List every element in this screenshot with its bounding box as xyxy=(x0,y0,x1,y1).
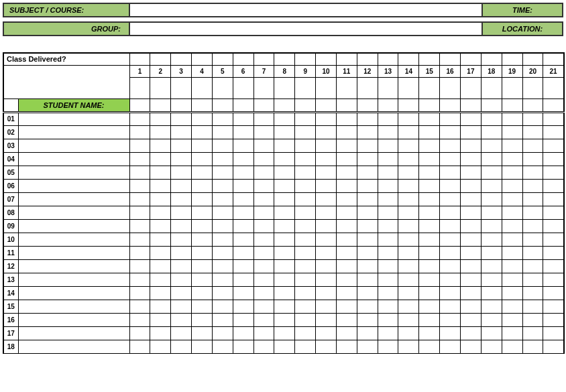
attendance-cell[interactable] xyxy=(336,259,357,273)
attendance-cell[interactable] xyxy=(336,286,357,300)
attendance-cell[interactable] xyxy=(316,206,337,219)
attendance-cell[interactable] xyxy=(274,192,295,206)
attendance-cell[interactable] xyxy=(253,246,274,259)
attendance-cell[interactable] xyxy=(336,233,357,246)
attendance-cell[interactable] xyxy=(543,233,564,246)
attendance-cell[interactable] xyxy=(522,206,543,219)
attendance-cell[interactable] xyxy=(419,166,440,179)
attendance-cell[interactable] xyxy=(295,286,316,300)
attendance-cell[interactable] xyxy=(129,206,150,219)
attendance-cell[interactable] xyxy=(336,206,357,219)
attendance-cell[interactable] xyxy=(233,206,253,219)
attendance-cell[interactable] xyxy=(481,219,502,233)
attendance-cell[interactable] xyxy=(233,139,253,152)
attendance-cell[interactable] xyxy=(481,326,502,340)
attendance-cell[interactable] xyxy=(274,206,295,219)
attendance-cell[interactable] xyxy=(522,326,543,340)
class-delivered-cell[interactable] xyxy=(378,53,398,65)
attendance-cell[interactable] xyxy=(440,326,461,340)
attendance-cell[interactable] xyxy=(461,112,482,125)
attendance-cell[interactable] xyxy=(543,340,564,353)
attendance-cell[interactable] xyxy=(357,326,378,340)
attendance-cell[interactable] xyxy=(171,166,192,179)
student-name-cell[interactable] xyxy=(18,112,129,125)
attendance-cell[interactable] xyxy=(398,246,419,259)
attendance-cell[interactable] xyxy=(522,192,543,206)
attendance-cell[interactable] xyxy=(336,326,357,340)
attendance-cell[interactable] xyxy=(295,192,316,206)
attendance-cell[interactable] xyxy=(543,139,564,152)
attendance-cell[interactable] xyxy=(253,219,274,233)
attendance-cell[interactable] xyxy=(253,286,274,300)
attendance-cell[interactable] xyxy=(398,192,419,206)
attendance-cell[interactable] xyxy=(461,246,482,259)
attendance-cell[interactable] xyxy=(233,326,253,340)
attendance-cell[interactable] xyxy=(233,233,253,246)
attendance-cell[interactable] xyxy=(316,340,337,353)
attendance-cell[interactable] xyxy=(150,313,171,326)
attendance-cell[interactable] xyxy=(543,313,564,326)
attendance-cell[interactable] xyxy=(440,233,461,246)
attendance-cell[interactable] xyxy=(233,152,253,166)
attendance-cell[interactable] xyxy=(543,112,564,125)
attendance-cell[interactable] xyxy=(192,206,213,219)
attendance-cell[interactable] xyxy=(398,233,419,246)
attendance-cell[interactable] xyxy=(522,313,543,326)
student-name-cell[interactable] xyxy=(18,179,129,192)
attendance-cell[interactable] xyxy=(378,179,398,192)
attendance-cell[interactable] xyxy=(522,286,543,300)
attendance-cell[interactable] xyxy=(461,125,482,139)
attendance-cell[interactable] xyxy=(378,125,398,139)
attendance-cell[interactable] xyxy=(212,192,233,206)
attendance-cell[interactable] xyxy=(522,340,543,353)
class-delivered-cell[interactable] xyxy=(150,53,171,65)
attendance-cell[interactable] xyxy=(295,112,316,125)
student-name-cell[interactable] xyxy=(18,192,129,206)
attendance-cell[interactable] xyxy=(419,313,440,326)
attendance-cell[interactable] xyxy=(419,246,440,259)
attendance-cell[interactable] xyxy=(316,179,337,192)
attendance-cell[interactable] xyxy=(481,139,502,152)
attendance-cell[interactable] xyxy=(150,286,171,300)
attendance-cell[interactable] xyxy=(481,273,502,286)
attendance-cell[interactable] xyxy=(461,326,482,340)
attendance-cell[interactable] xyxy=(295,179,316,192)
attendance-cell[interactable] xyxy=(543,125,564,139)
attendance-cell[interactable] xyxy=(336,125,357,139)
attendance-cell[interactable] xyxy=(398,340,419,353)
attendance-cell[interactable] xyxy=(212,112,233,125)
attendance-cell[interactable] xyxy=(171,125,192,139)
attendance-cell[interactable] xyxy=(274,313,295,326)
attendance-cell[interactable] xyxy=(336,313,357,326)
attendance-cell[interactable] xyxy=(543,219,564,233)
attendance-cell[interactable] xyxy=(150,166,171,179)
attendance-cell[interactable] xyxy=(233,286,253,300)
attendance-cell[interactable] xyxy=(398,219,419,233)
attendance-cell[interactable] xyxy=(295,273,316,286)
attendance-cell[interactable] xyxy=(336,139,357,152)
attendance-cell[interactable] xyxy=(357,246,378,259)
attendance-cell[interactable] xyxy=(502,286,522,300)
attendance-cell[interactable] xyxy=(522,300,543,313)
attendance-cell[interactable] xyxy=(522,259,543,273)
attendance-cell[interactable] xyxy=(274,326,295,340)
attendance-cell[interactable] xyxy=(171,286,192,300)
attendance-cell[interactable] xyxy=(357,286,378,300)
attendance-cell[interactable] xyxy=(481,246,502,259)
attendance-cell[interactable] xyxy=(543,166,564,179)
attendance-cell[interactable] xyxy=(461,286,482,300)
attendance-cell[interactable] xyxy=(253,300,274,313)
attendance-cell[interactable] xyxy=(171,259,192,273)
attendance-cell[interactable] xyxy=(398,112,419,125)
attendance-cell[interactable] xyxy=(543,179,564,192)
attendance-cell[interactable] xyxy=(150,192,171,206)
attendance-cell[interactable] xyxy=(129,166,150,179)
attendance-cell[interactable] xyxy=(336,192,357,206)
class-delivered-cell[interactable] xyxy=(171,53,192,65)
attendance-cell[interactable] xyxy=(419,125,440,139)
attendance-cell[interactable] xyxy=(295,233,316,246)
attendance-cell[interactable] xyxy=(419,233,440,246)
attendance-cell[interactable] xyxy=(316,246,337,259)
attendance-cell[interactable] xyxy=(192,259,213,273)
attendance-cell[interactable] xyxy=(316,313,337,326)
